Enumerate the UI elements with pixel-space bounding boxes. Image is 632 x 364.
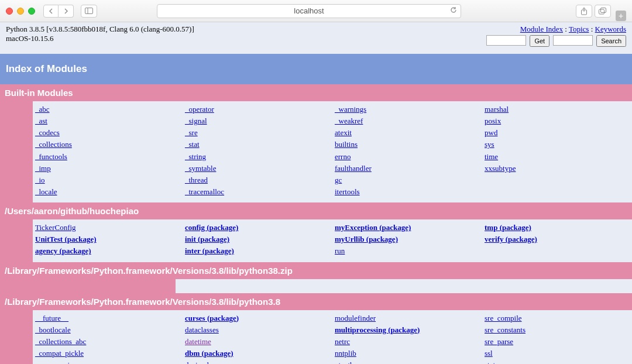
topics-link[interactable]: Topics (569, 25, 589, 33)
module-link[interactable]: __future__ (35, 313, 180, 324)
pydoc-header: Python 3.8.5 [v3.8.5:580fbb018f, Clang 6… (0, 22, 632, 48)
module-link[interactable]: tmp (package) (485, 222, 630, 233)
sidebar-toggle-button[interactable] (81, 5, 97, 18)
module-link[interactable]: config (package) (185, 222, 330, 233)
module-link[interactable]: inter (package) (185, 245, 330, 257)
module-link[interactable]: _io (35, 174, 180, 186)
module-link[interactable]: myUrllib (package) (335, 233, 480, 245)
module-link[interactable]: curses (package) (185, 313, 330, 324)
section-heading: Built-in Modules (0, 84, 632, 101)
svg-rect-4 (601, 8, 606, 12)
search-input[interactable] (553, 35, 593, 46)
section-heading: /Users/aaron/github/huochepiao (0, 202, 632, 219)
address-bar[interactable]: localhost (157, 4, 461, 18)
module-link[interactable]: sre_compile (485, 313, 630, 324)
module-link[interactable]: _abc (35, 104, 180, 115)
module-link[interactable]: verify (package) (485, 233, 630, 245)
module-link[interactable]: _compression (35, 359, 180, 364)
module-link[interactable]: errno (335, 151, 480, 163)
module-link[interactable]: dbm (package) (185, 348, 330, 359)
window-controls (6, 8, 35, 15)
close-icon[interactable] (6, 8, 13, 15)
module-link[interactable]: _functools (35, 151, 180, 163)
module-link[interactable]: itertools (335, 186, 480, 198)
module-link[interactable]: ssl (485, 348, 630, 359)
keywords-link[interactable]: Keywords (595, 25, 626, 33)
module-link[interactable]: _collections (35, 139, 180, 150)
module-link[interactable]: decimal (185, 359, 330, 364)
module-link[interactable]: UnitTest (package) (35, 233, 180, 245)
module-link[interactable]: _sre (185, 127, 330, 139)
svg-rect-0 (85, 8, 93, 14)
get-button[interactable]: Get (530, 35, 549, 47)
section-gutter (0, 310, 33, 364)
module-link[interactable]: _tracemalloc (185, 186, 330, 198)
module-link[interactable]: modulefinder (335, 313, 480, 324)
back-button[interactable] (43, 5, 59, 18)
module-link[interactable]: _signal (185, 115, 330, 127)
section-gutter (0, 279, 176, 293)
section-heading: /Library/Frameworks/Python.framework/Ver… (0, 293, 632, 310)
maximize-icon[interactable] (28, 8, 35, 15)
module-link[interactable]: ntpath (335, 359, 480, 364)
module-link[interactable]: sre_constants (485, 324, 630, 336)
module-link[interactable]: _operator (185, 104, 330, 115)
module-link[interactable]: _compat_pickle (35, 348, 180, 359)
section-gutter (0, 101, 33, 202)
module-link[interactable]: _thread (185, 174, 330, 186)
get-input[interactable] (486, 35, 526, 46)
module-link[interactable]: _stat (185, 139, 330, 150)
module-link[interactable]: _bootlocale (35, 324, 180, 336)
reload-icon[interactable] (450, 6, 457, 15)
search-button[interactable]: Search (596, 35, 626, 47)
module-link[interactable]: pwd (485, 127, 630, 139)
module-link[interactable]: marshal (485, 104, 630, 115)
module-link[interactable]: datetime (185, 336, 330, 348)
module-link[interactable]: _collections_abc (35, 336, 180, 348)
module-link[interactable]: xxsubtype (485, 163, 630, 174)
module-link[interactable]: sre_parse (485, 336, 630, 348)
os-version: macOS-10.15.6 (6, 34, 194, 43)
tabs-button[interactable] (595, 5, 611, 18)
module-link[interactable]: nntplib (335, 348, 480, 359)
section-body: _abc_ast_codecs_collections_functools_im… (0, 101, 632, 202)
module-link[interactable]: _string (185, 151, 330, 163)
module-link[interactable]: _codecs (35, 127, 180, 139)
module-link[interactable]: _warnings (335, 104, 480, 115)
module-link[interactable]: stat (485, 359, 630, 364)
module-index-link[interactable]: Module Index (520, 25, 563, 33)
module-link[interactable]: init (package) (185, 233, 330, 245)
page-title: Index of Modules (0, 54, 632, 84)
module-link[interactable]: netrc (335, 336, 480, 348)
module-link[interactable]: sys (485, 139, 630, 150)
module-link[interactable]: atexit (335, 127, 480, 139)
minimize-icon[interactable] (17, 8, 24, 15)
section-heading: /Library/Frameworks/Python.framework/Ver… (0, 262, 632, 279)
module-link[interactable]: myException (package) (335, 222, 480, 233)
module-link[interactable]: multiprocessing (package) (335, 324, 480, 336)
new-tab-button[interactable]: + (616, 11, 626, 21)
module-link[interactable]: gc (335, 174, 480, 186)
forward-button[interactable] (59, 5, 74, 18)
section-body: TickerConfigUnitTest (package)agency (pa… (0, 219, 632, 262)
module-link[interactable]: _locale (35, 186, 180, 198)
module-link[interactable]: _ast (35, 115, 180, 127)
module-link[interactable]: faulthandler (335, 163, 480, 174)
module-link[interactable]: TickerConfig (35, 222, 180, 233)
python-version: Python 3.8.5 [v3.8.5:580fbb018f, Clang 6… (6, 25, 194, 34)
module-link[interactable]: _symtable (185, 163, 330, 174)
module-link[interactable]: _imp (35, 163, 180, 174)
module-link[interactable]: agency (package) (35, 245, 180, 257)
browser-chrome: localhost + (0, 0, 632, 22)
section-gutter (0, 219, 33, 262)
address-text: localhost (294, 6, 324, 15)
module-link[interactable]: builtins (335, 139, 480, 150)
module-link[interactable]: dataclasses (185, 324, 330, 336)
module-link[interactable]: posix (485, 115, 630, 127)
module-link[interactable]: run (335, 245, 480, 257)
module-link[interactable]: time (485, 151, 630, 163)
share-button[interactable] (576, 5, 592, 18)
svg-rect-3 (599, 9, 604, 14)
page-body: Python 3.8.5 [v3.8.5:580fbb018f, Clang 6… (0, 22, 632, 364)
module-link[interactable]: _weakref (335, 115, 480, 127)
